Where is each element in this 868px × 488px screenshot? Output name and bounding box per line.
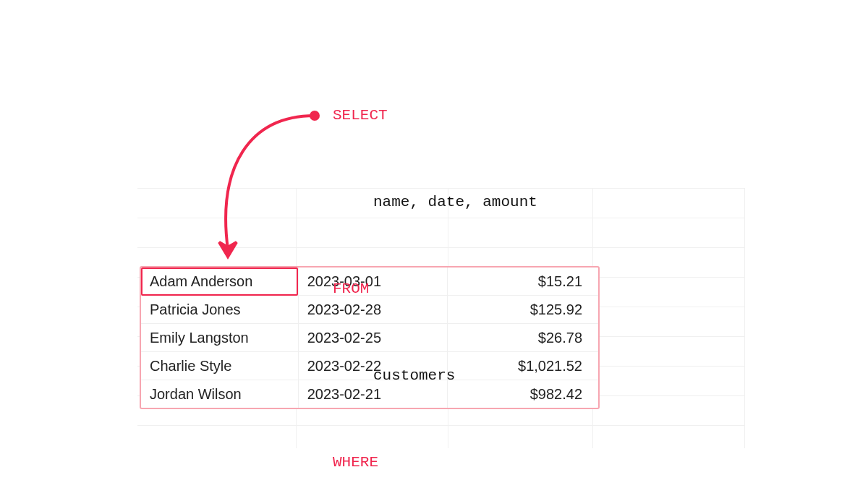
- cell-name: Emily Langston: [141, 324, 298, 352]
- cell-name: Jordan Wilson: [141, 380, 298, 408]
- select-columns: name, date, amount: [333, 188, 537, 217]
- from-table: customers: [333, 361, 455, 390]
- svg-point-0: [310, 111, 320, 121]
- sql-query: SELECT name, date, amount FROM customers…: [333, 43, 665, 488]
- cell-name: Charlie Style: [141, 352, 298, 380]
- keyword-from: FROM: [333, 281, 369, 297]
- cell-name: Adam Anderson: [141, 267, 298, 296]
- cell-name: Patricia Jones: [141, 296, 298, 324]
- keyword-select: SELECT: [333, 107, 388, 124]
- keyword-where: WHERE: [333, 454, 378, 471]
- diagram-stage: SELECT name, date, amount FROM customers…: [0, 0, 868, 488]
